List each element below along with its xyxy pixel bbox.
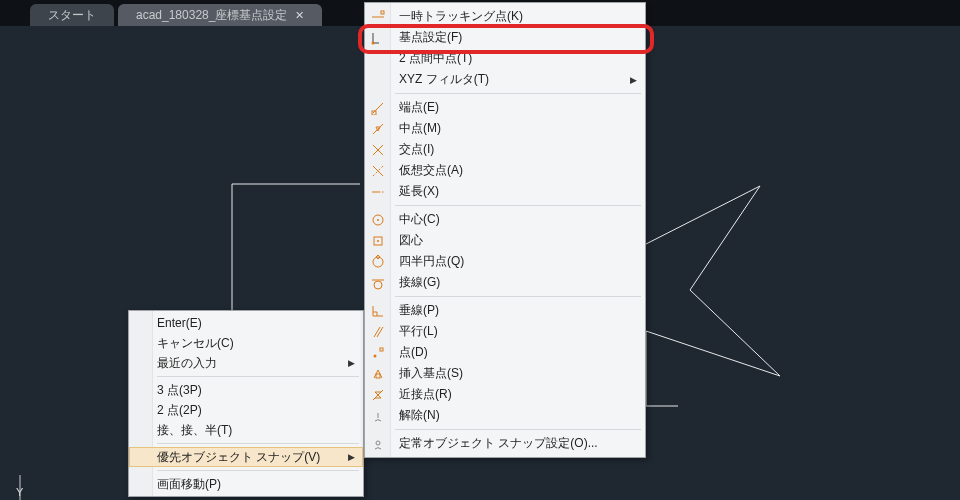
extension-icon bbox=[370, 184, 386, 200]
quadrant-icon bbox=[370, 254, 386, 270]
menu-item-ttr[interactable]: 接、接、半(T) bbox=[129, 420, 363, 440]
svg-point-20 bbox=[374, 281, 382, 289]
snap-geocenter[interactable]: 図心 bbox=[365, 230, 645, 251]
intersection-icon bbox=[370, 142, 386, 158]
perpendicular-icon bbox=[370, 303, 386, 319]
menu-separator bbox=[157, 470, 359, 471]
chevron-right-icon: ▶ bbox=[348, 358, 355, 368]
snap-tangent[interactable]: 接線(G) bbox=[365, 272, 645, 293]
snap-midpoint[interactable]: 中点(M) bbox=[365, 118, 645, 139]
snap-perpendicular[interactable]: 垂線(P) bbox=[365, 300, 645, 321]
center-icon bbox=[370, 212, 386, 228]
menu-item-osnap-override[interactable]: 優先オブジェクト スナップ(V)▶ bbox=[129, 447, 363, 467]
snap-node[interactable]: 点(D) bbox=[365, 342, 645, 363]
svg-line-6 bbox=[373, 124, 383, 134]
menu-separator bbox=[395, 296, 641, 297]
snap-xyz-filter[interactable]: XYZ フィルタ(T)▶ bbox=[365, 69, 645, 90]
settings-icon bbox=[370, 436, 386, 452]
snap-nearest[interactable]: 近接点(R) bbox=[365, 384, 645, 405]
svg-line-22 bbox=[374, 327, 380, 337]
snap-from[interactable]: 基点設定(F) bbox=[365, 27, 645, 48]
snap-mid-2pts[interactable]: 2 点間中点(T) bbox=[365, 48, 645, 69]
menu-separator bbox=[395, 93, 641, 94]
midpoint-icon bbox=[370, 121, 386, 137]
svg-point-30 bbox=[376, 441, 380, 445]
snap-apparent[interactable]: 仮想交点(A) bbox=[365, 160, 645, 181]
tangent-icon bbox=[370, 275, 386, 291]
tab-start[interactable]: スタート bbox=[30, 4, 114, 26]
snap-intersection[interactable]: 交点(I) bbox=[365, 139, 645, 160]
snap-center[interactable]: 中心(C) bbox=[365, 209, 645, 230]
menu-separator bbox=[157, 443, 359, 444]
tab-label: スタート bbox=[48, 7, 96, 24]
context-menu: Enter(E) キャンセル(C) 最近の入力▶ 3 点(3P) 2 点(2P)… bbox=[128, 310, 364, 497]
tab-label: acad_180328_座標基点設定 bbox=[136, 7, 287, 24]
menu-item-2p[interactable]: 2 点(2P) bbox=[129, 400, 363, 420]
snap-quadrant[interactable]: 四半円点(Q) bbox=[365, 251, 645, 272]
svg-rect-2 bbox=[381, 11, 384, 14]
apparent-icon bbox=[370, 163, 386, 179]
menu-item-cancel[interactable]: キャンセル(C) bbox=[129, 333, 363, 353]
menu-item-pan[interactable]: 画面移動(P) bbox=[129, 474, 363, 494]
snap-settings[interactable]: 定常オブジェクト スナップ設定(O)... bbox=[365, 433, 645, 454]
svg-line-23 bbox=[377, 327, 383, 337]
menu-item-enter[interactable]: Enter(E) bbox=[129, 313, 363, 333]
svg-rect-26 bbox=[376, 374, 380, 378]
snap-extension[interactable]: 延長(X) bbox=[365, 181, 645, 202]
menu-separator bbox=[157, 376, 359, 377]
endpoint-icon bbox=[370, 100, 386, 116]
menu-item-recent[interactable]: 最近の入力▶ bbox=[129, 353, 363, 373]
snap-endpoint[interactable]: 端点(E) bbox=[365, 97, 645, 118]
svg-point-3 bbox=[372, 41, 375, 44]
node-icon bbox=[370, 345, 386, 361]
snap-temp-track[interactable]: 一時トラッキング点(K) bbox=[365, 6, 645, 27]
svg-point-15 bbox=[377, 219, 379, 221]
tab-document[interactable]: acad_180328_座標基点設定 ✕ bbox=[118, 4, 322, 26]
snap-none[interactable]: 解除(N) bbox=[365, 405, 645, 426]
svg-point-25 bbox=[374, 354, 377, 357]
snap-parallel[interactable]: 平行(L) bbox=[365, 321, 645, 342]
menu-separator bbox=[395, 429, 641, 430]
geocenter-icon bbox=[370, 233, 386, 249]
none-icon bbox=[370, 408, 386, 424]
svg-marker-28 bbox=[375, 392, 381, 398]
nearest-icon bbox=[370, 387, 386, 403]
svg-point-17 bbox=[377, 240, 379, 242]
parallel-icon bbox=[370, 324, 386, 340]
temp-track-icon bbox=[370, 9, 386, 25]
menu-item-3p[interactable]: 3 点(3P) bbox=[129, 380, 363, 400]
svg-rect-24 bbox=[380, 348, 383, 351]
snap-insert[interactable]: 挿入基点(S) bbox=[365, 363, 645, 384]
chevron-right-icon: ▶ bbox=[630, 75, 637, 85]
osnap-submenu: 一時トラッキング点(K) 基点設定(F) 2 点間中点(T) XYZ フィルタ(… bbox=[364, 2, 646, 458]
insert-icon bbox=[370, 366, 386, 382]
close-icon[interactable]: ✕ bbox=[295, 9, 304, 22]
chevron-right-icon: ▶ bbox=[348, 452, 355, 462]
from-icon bbox=[370, 30, 386, 46]
menu-separator bbox=[395, 205, 641, 206]
